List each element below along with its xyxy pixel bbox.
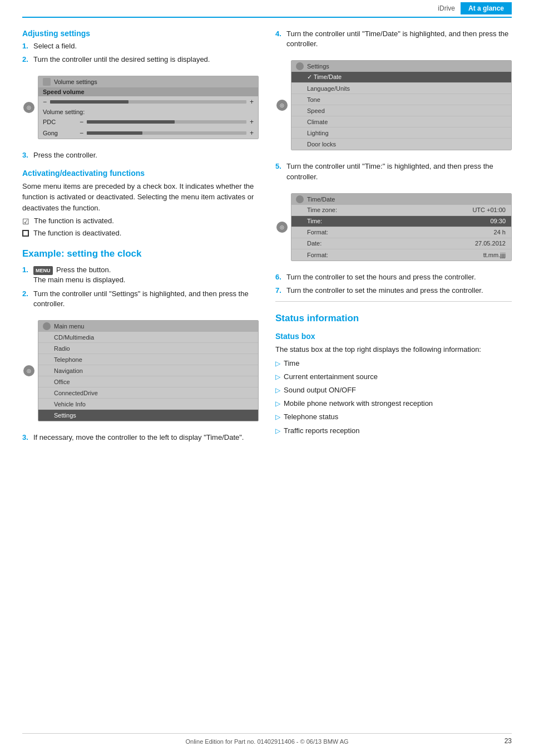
controller-knob-2: ◎ xyxy=(23,365,34,376)
arrow-icon-time: ▷ xyxy=(275,359,280,369)
speed-volume-slider: − + xyxy=(38,96,258,107)
status-item-telephone: ▷ Telephone status xyxy=(275,412,512,422)
settings-item-language: Language/Units xyxy=(291,83,511,94)
settings-item-tone: Tone xyxy=(291,94,511,105)
main-menu-title-bar: Main menu xyxy=(38,321,258,332)
empty-checkbox-icon xyxy=(22,230,29,237)
pdc-slider: PDC − + xyxy=(38,116,258,127)
status-box-heading: Status box xyxy=(275,332,512,341)
main-menu-screen-container: ◎ Main menu CD/Multimedia Radio Telephon… xyxy=(22,315,259,427)
page-number: 23 xyxy=(505,737,512,745)
controller-knob-3: ◎ xyxy=(276,100,288,111)
timedate-screen-container: ◎ Time/Date Time zone: UTC +01:00 Time xyxy=(275,188,512,267)
footer: Online Edition for Part no. 01402911406 … xyxy=(22,733,512,745)
main-menu-body: CD/Multimedia Radio Telephone Navigation… xyxy=(38,332,258,421)
menu-item-radio: Radio xyxy=(38,343,258,354)
adjusting-step-3-list: 3. Press the controller. xyxy=(22,150,259,160)
top-navigation-bar: iDrive At a glance xyxy=(22,0,512,18)
menu-button-icon: MENU xyxy=(33,266,53,276)
settings-screen-container: ◎ Settings ✓ Time/Date Language/Units To… xyxy=(275,55,512,156)
example-step-1: 1. MENU Press the button. The main menu … xyxy=(22,265,259,285)
right-step-4: 4. Turn the controller until "Time/Date"… xyxy=(275,29,512,49)
right-step-5: 5. Turn the controller until "Time:" is … xyxy=(275,161,512,181)
at-a-glance-tab[interactable]: At a glance xyxy=(461,2,512,14)
speed-volume-label: Speed volume xyxy=(38,87,258,96)
right-step-5-list: 5. Turn the controller until "Time:" is … xyxy=(275,161,512,181)
right-steps-6-7: 6. Turn the controller to set the hours … xyxy=(275,272,512,296)
vol-screen-title: Volume settings xyxy=(38,76,258,87)
timedate-format2: Format: tt.mm.jjjj xyxy=(291,249,511,261)
vol-screen-icon xyxy=(43,78,51,86)
example-step-3: 3. If necessary, move the controller to … xyxy=(22,433,259,443)
minus-icon: − xyxy=(43,98,47,106)
plus-icon: + xyxy=(250,98,254,106)
right-step-6: 6. Turn the controller to set the hours … xyxy=(275,272,512,282)
main-content: Adjusting settings 1. Select a field. 2.… xyxy=(0,18,534,479)
settings-item-climate: Climate xyxy=(291,116,511,127)
settings-item-speed: Speed xyxy=(291,105,511,116)
timedate-body: Time zone: UTC +01:00 Time: 09:30 Format… xyxy=(291,205,511,261)
controller-knob-4: ◎ xyxy=(276,222,288,233)
settings-item-timedate: ✓ Time/Date xyxy=(291,72,511,83)
status-item-entertainment: ▷ Current entertainment source xyxy=(275,372,512,382)
gong-slider: Gong − + xyxy=(38,127,258,139)
adjusting-step-2: 2. Turn the controller until the desired… xyxy=(22,55,259,65)
activating-para: Some menu items are preceded by a check … xyxy=(22,181,259,214)
adjusting-steps-list: 1. Select a field. 2. Turn the controlle… xyxy=(22,41,259,65)
arrow-icon-sound: ▷ xyxy=(275,386,280,395)
menu-item-settings: Settings xyxy=(38,410,258,421)
example-heading: Example: setting the clock xyxy=(22,248,259,259)
settings-body: ✓ Time/Date Language/Units Tone Speed Cl… xyxy=(291,72,511,150)
timedate-screen: Time/Date Time zone: UTC +01:00 Time: 09… xyxy=(291,193,512,261)
left-column: Adjusting settings 1. Select a field. 2.… xyxy=(22,29,259,446)
arrow-icon-traffic: ▷ xyxy=(275,426,280,436)
menu-item-telephone: Telephone xyxy=(38,354,258,365)
menu-item-office: Office xyxy=(38,376,258,387)
status-items-list: ▷ Time ▷ Current entertainment source ▷ … xyxy=(275,359,512,436)
volume-screen-container: ◎ Volume settings Speed volume − + xyxy=(22,70,259,145)
adjusting-step-1: 1. Select a field. xyxy=(22,41,259,51)
timedate-title-bar: Time/Date xyxy=(291,194,511,205)
timedate-time: Time: 09:30 xyxy=(291,216,511,227)
menu-item-navigation: Navigation xyxy=(38,365,258,376)
menu-item-vehicleinfo: Vehicle Info xyxy=(38,399,258,410)
timedate-timezone: Time zone: UTC +01:00 xyxy=(291,205,511,216)
menu-item-connecteddrive: ConnectedDrive xyxy=(38,387,258,399)
timedate-icon xyxy=(296,195,304,203)
activating-heading: Activating/deactivating functions xyxy=(22,169,259,178)
right-column: 4. Turn the controller until "Time/Date"… xyxy=(275,29,512,446)
arrow-icon-entertainment: ▷ xyxy=(275,372,280,382)
status-box-para: The status box at the top right displays… xyxy=(275,344,512,355)
controller-knob: ◎ xyxy=(23,102,34,113)
activated-row: ☑ The function is activated. xyxy=(22,217,259,227)
footer-text: Online Edition for Part no. 01402911406 … xyxy=(185,738,348,745)
deactivated-row: The function is deactivated. xyxy=(22,229,259,237)
idrive-label: iDrive xyxy=(438,4,461,12)
settings-screen: Settings ✓ Time/Date Language/Units Tone… xyxy=(291,60,512,150)
settings-item-lighting: Lighting xyxy=(291,127,511,139)
settings-title-bar: Settings xyxy=(291,61,511,72)
right-step-7: 7. Turn the controller to set the minute… xyxy=(275,286,512,296)
adjusting-settings-heading: Adjusting settings xyxy=(22,29,259,38)
main-menu-icon xyxy=(43,322,51,330)
volume-settings-screen: Volume settings Speed volume − + Volume … xyxy=(38,76,259,139)
main-menu-screen: Main menu CD/Multimedia Radio Telephone … xyxy=(38,320,259,421)
arrow-icon-mobile: ▷ xyxy=(275,399,280,409)
right-steps-top: 4. Turn the controller until "Time/Date"… xyxy=(275,29,512,49)
settings-item-doorlocks: Door locks xyxy=(291,139,511,150)
status-item-time: ▷ Time xyxy=(275,359,512,369)
settings-icon xyxy=(296,62,304,70)
status-information-heading: Status information xyxy=(275,313,512,324)
timedate-date: Date: 27.05.2012 xyxy=(291,238,511,249)
section-divider xyxy=(275,301,512,302)
menu-item-cd: CD/Multimedia xyxy=(38,332,258,343)
example-steps-list: 1. MENU Press the button. The main menu … xyxy=(22,265,259,309)
status-item-traffic: ▷ Traffic reports reception xyxy=(275,426,512,436)
status-item-mobile: ▷ Mobile phone network with strongest re… xyxy=(275,399,512,409)
timedate-format1: Format: 24 h xyxy=(291,227,511,238)
adjusting-step-3: 3. Press the controller. xyxy=(22,150,259,160)
volume-setting-label-row: Volume setting: xyxy=(38,107,258,116)
checkmark-icon: ☑ xyxy=(22,217,29,227)
status-item-sound: ▷ Sound output ON/OFF xyxy=(275,385,512,395)
example-step-2: 2. Turn the controller until "Settings" … xyxy=(22,289,259,309)
